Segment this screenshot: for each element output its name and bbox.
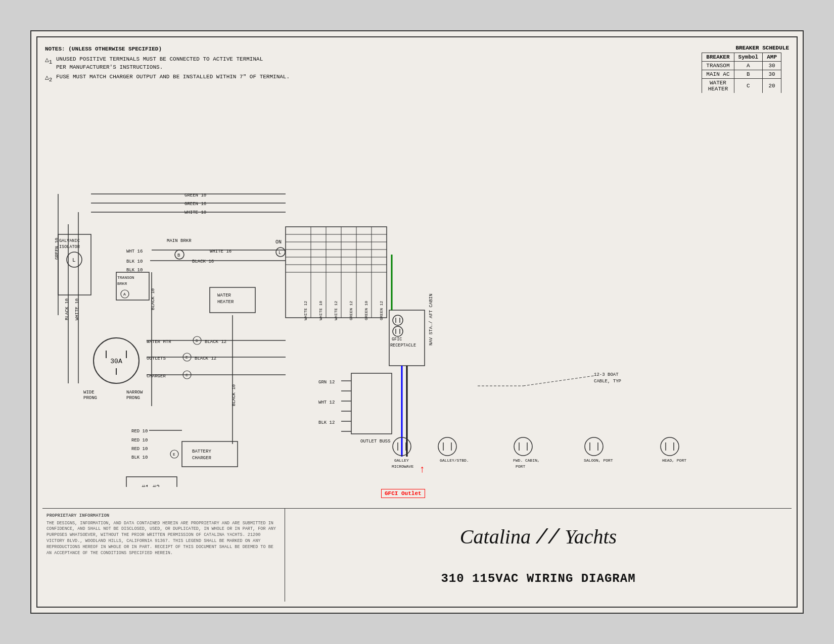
svg-text:MICROWAVE: MICROWAVE	[392, 464, 413, 469]
warning-symbol-2: △2	[45, 73, 54, 84]
svg-text:WIDE: WIDE	[83, 390, 95, 395]
table-row: TRANSOMA30	[702, 62, 781, 70]
company-name-text: Catalina	[460, 525, 531, 548]
gfci-arrow: ↑	[419, 464, 425, 475]
svg-text:CHARGER: CHARGER	[192, 456, 211, 461]
svg-text:SALOON, PORT: SALOON, PORT	[584, 458, 613, 463]
svg-text:RED 10: RED 10	[131, 429, 148, 434]
svg-text:HEATER: HEATER	[217, 300, 234, 305]
svg-text:BLACK 10: BLACK 10	[65, 299, 70, 320]
svg-text:GREEN 10: GREEN 10	[364, 301, 368, 320]
svg-text:L: L	[72, 257, 76, 263]
diagram-title-text: 310 115VAC WIRING DIAGRAM	[441, 572, 635, 585]
svg-text:BLK 12: BLK 12	[318, 420, 335, 425]
company-divider: //	[536, 527, 560, 550]
wiring-diagram-svg: 30A WIDE PRONG NARROW PRONG GALVANIC ISO…	[37, 93, 797, 487]
svg-text:RED 10: RED 10	[131, 438, 148, 443]
svg-text:GREEN 10: GREEN 10	[55, 238, 60, 260]
svg-text:GALLEY/STBD.: GALLEY/STBD.	[440, 458, 469, 463]
notes-line1: UNUSED POSITIVE TERMINALS MUST BE CONNEC…	[56, 55, 263, 72]
svg-text:WHT 16: WHT 16	[126, 249, 143, 254]
svg-text:30A: 30A	[110, 358, 122, 365]
warning-symbol-1: △1	[45, 55, 54, 66]
footer-proprietary: PROPRIETARY INFORMATION THE DESIGNS, INF…	[42, 509, 285, 602]
svg-text:GREEN 12: GREEN 12	[379, 301, 384, 320]
svg-text:WATER: WATER	[217, 293, 231, 298]
svg-text:B: B	[177, 253, 180, 258]
svg-text:MAIN BRKR: MAIN BRKR	[167, 238, 192, 243]
svg-text:A: A	[123, 292, 126, 296]
col-breaker: BREAKER	[702, 53, 734, 62]
svg-text:NARROW: NARROW	[126, 390, 143, 395]
svg-text:GFIC: GFIC	[392, 337, 402, 342]
proprietary-text: THE DESIGNS, INFORMATION, AND DATA CONTA…	[47, 521, 281, 557]
svg-text:GALLEY: GALLEY	[394, 458, 409, 463]
footer-section: PROPRIETARY INFORMATION THE DESIGNS, INF…	[42, 508, 792, 602]
svg-text:ISOLATOR: ISOLATOR	[59, 244, 80, 250]
svg-text:WHITE 10: WHITE 10	[184, 210, 206, 215]
company-logo: Catalina // Yachts	[460, 525, 617, 550]
svg-text:BLK 10: BLK 10	[131, 455, 148, 460]
svg-text:RECEPTACLE: RECEPTACLE	[390, 343, 416, 348]
svg-text:WHITE 10: WHITE 10	[75, 299, 80, 320]
svg-text:WHITE 12: WHITE 12	[334, 301, 338, 320]
svg-text:GALVANIC: GALVANIC	[59, 238, 80, 243]
svg-text:#1  #2: #1 #2	[142, 484, 160, 487]
svg-text:12-3 BOAT: 12-3 BOAT	[594, 372, 619, 377]
table-row: MAIN ACB30	[702, 70, 781, 79]
table-row: WATER HEATERC20	[702, 79, 781, 93]
svg-text:OUTLET BUSS: OUTLET BUSS	[360, 439, 390, 444]
svg-text:PRONG: PRONG	[126, 395, 140, 401]
svg-text:BLK 10: BLK 10	[126, 259, 143, 264]
svg-text:WHT 12: WHT 12	[318, 400, 335, 405]
breaker-schedule-container: BREAKER SCHEDULE BREAKER Symbol AMP TRAN…	[735, 45, 789, 53]
svg-text:E: E	[173, 452, 175, 457]
svg-text:ON: ON	[275, 239, 282, 245]
svg-text:RED 10: RED 10	[131, 447, 148, 452]
page-background: NOTES: (UNLESS OTHERWISE SPECIFIED) △1 U…	[30, 30, 804, 614]
svg-text:BRKR: BRKR	[117, 281, 127, 286]
svg-text:CABLE, TYP: CABLE, TYP	[594, 379, 621, 384]
col-amp: AMP	[763, 53, 781, 62]
svg-text:BLK 10: BLK 10	[126, 268, 143, 273]
footer-branding: Catalina // Yachts 310 115VAC WIRING DIA…	[285, 509, 792, 602]
svg-text:GREEN 16: GREEN 16	[184, 202, 206, 207]
svg-text:GRN 12: GRN 12	[318, 380, 335, 385]
gfci-outlet-label: GFCI Outlet	[381, 489, 425, 498]
svg-text:L: L	[279, 251, 281, 256]
breaker-schedule-title: BREAKER SCHEDULE	[735, 45, 789, 51]
svg-text:NAV STA./ AFT CABIN: NAV STA./ AFT CABIN	[429, 293, 434, 345]
notes-title: NOTES: (UNLESS OTHERWISE SPECIFIED)	[45, 45, 368, 54]
svg-text:GREEN 12: GREEN 12	[349, 301, 353, 320]
svg-text:PRONG: PRONG	[83, 395, 97, 401]
svg-text:TRANSON: TRANSON	[117, 275, 134, 280]
col-symbol: Symbol	[734, 53, 763, 62]
notes-section: NOTES: (UNLESS OTHERWISE SPECIFIED) △1 U…	[45, 45, 368, 83]
svg-text:BATTERY: BATTERY	[192, 449, 211, 454]
diagram-border: NOTES: (UNLESS OTHERWISE SPECIFIED) △1 U…	[36, 36, 798, 608]
svg-text:PORT: PORT	[516, 464, 525, 469]
svg-text:BLACK 16: BLACK 16	[192, 259, 214, 264]
svg-text:FWD. CABIN,: FWD. CABIN,	[513, 458, 540, 463]
svg-text:HEAD, PORT: HEAD, PORT	[662, 458, 686, 463]
svg-text:WHITE 12: WHITE 12	[303, 301, 308, 320]
svg-text:WHITE 10: WHITE 10	[318, 301, 323, 320]
proprietary-title: PROPRIETARY INFORMATION	[47, 513, 281, 519]
notes-line2: FUSE MUST MATCH CHARGER OUTPUT AND BE IN…	[56, 73, 290, 81]
company-suffix-text: Yachts	[565, 525, 617, 548]
